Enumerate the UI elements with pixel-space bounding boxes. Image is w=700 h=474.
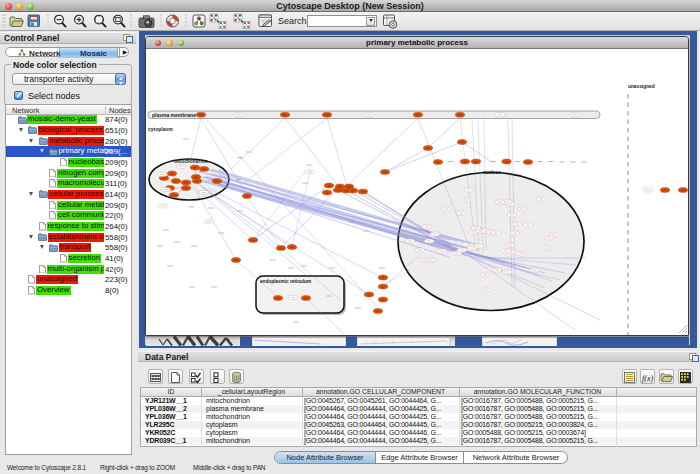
svg-text:f(x): f(x) (642, 373, 653, 382)
